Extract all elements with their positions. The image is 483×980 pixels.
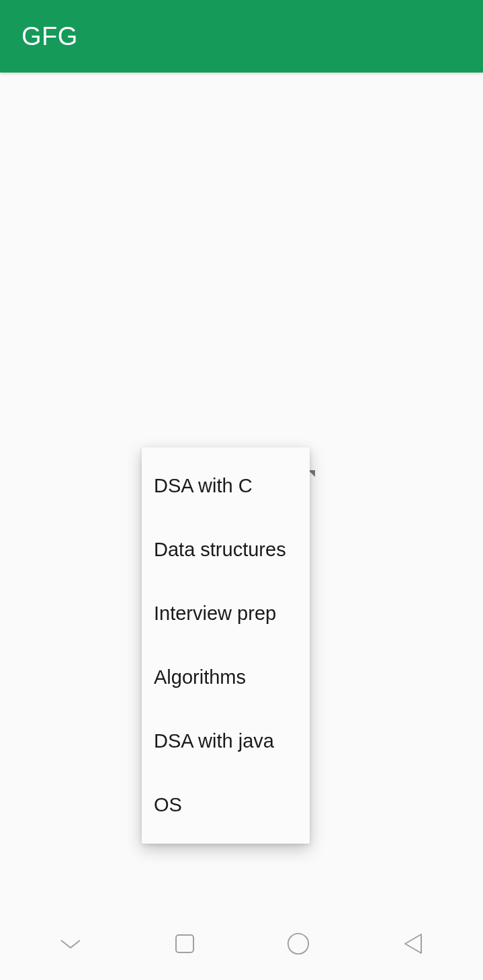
back-icon[interactable]	[400, 932, 425, 956]
svg-point-1	[288, 934, 308, 954]
dropdown-item-algorithms[interactable]: Algorithms	[142, 645, 310, 709]
app-title: GFG	[21, 22, 78, 51]
home-icon[interactable]	[286, 932, 310, 956]
dropdown-item-interview-prep[interactable]: Interview prep	[142, 582, 310, 645]
dropdown-item-os[interactable]: OS	[142, 773, 310, 837]
chevron-down-icon[interactable]	[58, 932, 83, 956]
recent-apps-icon[interactable]	[173, 932, 197, 956]
dropdown-item-dsa-c[interactable]: DSA with C	[142, 454, 310, 518]
svg-rect-0	[176, 935, 193, 952]
dropdown-menu: DSA with C Data structures Interview pre…	[142, 447, 310, 844]
dropdown-item-dsa-java[interactable]: DSA with java	[142, 709, 310, 773]
app-bar: GFG	[0, 0, 483, 73]
svg-marker-2	[405, 934, 421, 953]
system-nav-bar	[0, 907, 483, 980]
dropdown-item-data-structures[interactable]: Data structures	[142, 518, 310, 582]
